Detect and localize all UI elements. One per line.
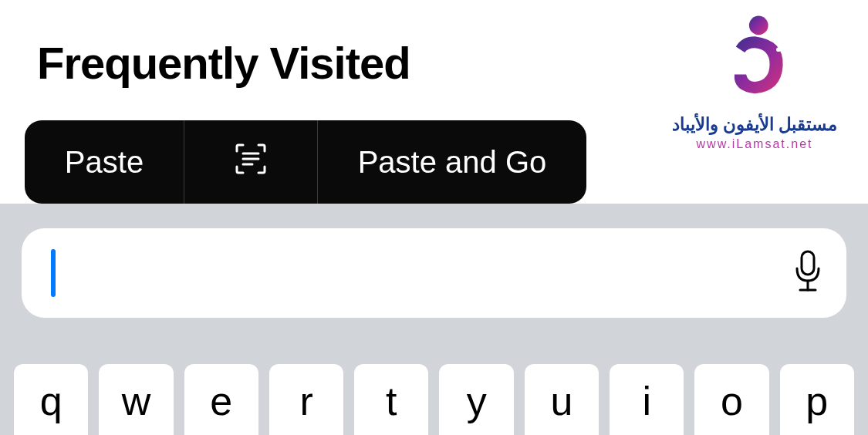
scan-text-button[interactable] — [184, 120, 317, 204]
paste-button[interactable]: Paste — [25, 120, 184, 204]
paste-context-menu: Paste Paste and Go — [25, 120, 586, 204]
key-q[interactable]: q — [14, 364, 88, 435]
key-r[interactable]: r — [269, 364, 343, 435]
svg-point-4 — [776, 47, 781, 52]
key-p[interactable]: p — [780, 364, 854, 435]
svg-point-3 — [748, 16, 768, 35]
watermark-logo-block: مستقبل الأيفون والأيباد www.iLamsat.net — [658, 14, 851, 151]
key-w[interactable]: w — [99, 364, 173, 435]
ilamsat-logo-icon — [658, 14, 851, 106]
watermark-url-text: www.iLamsat.net — [658, 137, 851, 151]
text-cursor — [51, 249, 56, 297]
key-o[interactable]: o — [694, 364, 768, 435]
microphone-icon — [792, 282, 823, 295]
key-e[interactable]: e — [184, 364, 258, 435]
address-bar-input[interactable] — [22, 228, 846, 318]
key-u[interactable]: u — [525, 364, 599, 435]
paste-and-go-button[interactable]: Paste and Go — [318, 120, 586, 204]
keyboard-row-1: q w e r t y u i o p — [14, 364, 854, 435]
scan-text-icon — [234, 142, 268, 183]
microphone-button[interactable] — [792, 250, 823, 296]
svg-rect-5 — [802, 251, 814, 275]
watermark-arabic-text: مستقبل الأيفون والأيباد — [658, 114, 851, 135]
keyboard-area: q w e r t y u i o p — [0, 204, 868, 435]
key-i[interactable]: i — [610, 364, 684, 435]
key-t[interactable]: t — [354, 364, 428, 435]
page-title: Frequently Visited — [37, 37, 410, 89]
key-y[interactable]: y — [439, 364, 513, 435]
